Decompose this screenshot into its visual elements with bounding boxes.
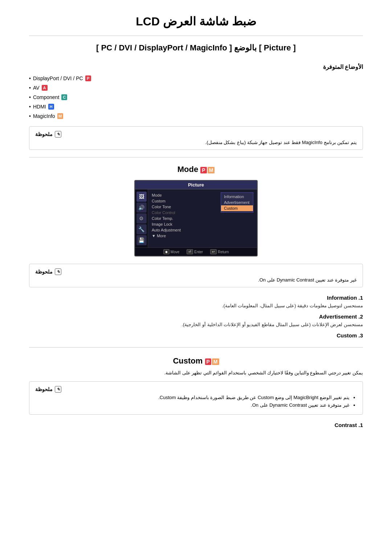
osd-item-colorcontrol: Color Control [152, 210, 219, 216]
note2-box: ✎ ملحوظة غير متوفرة عند تعيين Dynamic Co… [29, 264, 363, 287]
osd-footer-return: ↩ Return [210, 249, 229, 254]
available-modes-section: الأوضاع المتوفرة P DisplayPort / DVI / P… [29, 63, 363, 119]
osd-item-colortemp: Color Temp. [152, 216, 219, 221]
osd-footer-return-key: ↩ [210, 249, 217, 254]
mp-mode-label: Mode [177, 165, 198, 174]
osd-sidebar: 🖼 🔊 ⚙ 🔧 💾 [135, 189, 148, 247]
custom-badge-m: M [212, 358, 219, 365]
osd-submenu: Information Advertisement Custom [221, 192, 253, 213]
mode-item-3: H HDMI • [29, 104, 363, 110]
mp-item-1: 1. Information مستحسن لتوصيل معلومات دقي… [29, 295, 363, 308]
osd-sub-advertisement: Advertisement [221, 200, 253, 205]
note3-icon: ✎ [55, 386, 61, 393]
osd-footer: ◆ Move ⏎ Enter ↩ Return [135, 247, 257, 256]
mp-item-2-desc: مستحسن لعرض الإعلانات (على سبيل المثال م… [29, 322, 363, 327]
osd-icon-4: 🔧 [136, 224, 147, 234]
note3-box: ✎ ملحوظة يتم تغيير الوضع MagicBright إلى… [29, 381, 363, 415]
osd-footer-enter-key: ⏎ [187, 249, 193, 254]
osd-footer-move: ◆ Move [163, 249, 179, 254]
osd-item-imagelock: Image Lock [152, 221, 219, 227]
sub-title: [ Picture ] بالوضع [ PC / DVI / DisplayP… [29, 43, 363, 53]
mode-label-3: HDMI [33, 104, 46, 110]
mode-item-1: A AV • [29, 85, 363, 91]
note3-bullet-0: يتم تغيير الوضع MagicBright إلى وضع Cust… [35, 395, 350, 400]
note3-bullet-1: غير متوفرة عند تعيين Dynamic Contrast عل… [35, 402, 350, 408]
osd-footer-move-label: Move [171, 250, 179, 254]
osd-item-colortone: Color Tone [152, 204, 219, 210]
osd-item-mode: Mode [152, 192, 219, 198]
badge-p: P [85, 75, 91, 81]
divider-custom [29, 347, 363, 348]
osd-footer-enter-label: Enter [194, 250, 203, 254]
osd-wrapper: Picture 🖼 🔊 ⚙ 🔧 💾 Mode Custom Color Tone… [29, 180, 363, 257]
osd-icon-3: ⚙ [136, 213, 147, 223]
note3-title: ✎ ملحوظة [35, 386, 357, 393]
mp-mode-badge-m: M [208, 167, 215, 173]
osd-icon-1: 🖼 [136, 192, 147, 202]
custom-desc: يمكن تغيير درجتي السطوع والتباين وفقًا ل… [29, 370, 363, 376]
osd-titlebar: Picture [135, 181, 257, 189]
note1-text: يتم تمكين برنامج MagicInfo فقط عند توصيل… [35, 140, 357, 145]
mode-item-2: C Component • [29, 94, 363, 100]
available-modes-heading: الأوضاع المتوفرة [29, 63, 363, 70]
badge-m: M [57, 113, 63, 119]
numbered-items-mp: 1. Information مستحسن لتوصيل معلومات دقي… [29, 295, 363, 338]
badge-c: C [61, 94, 67, 100]
note2-title: ✎ ملحوظة [35, 268, 357, 275]
osd-menu-column: Mode Custom Color Tone Color Control Col… [152, 192, 219, 239]
mp-item-1-title: 1. Information [29, 295, 363, 301]
osd-screen: Picture 🖼 🔊 ⚙ 🔧 💾 Mode Custom Color Tone… [134, 180, 258, 257]
mp-mode-title: MP Mode [29, 165, 363, 174]
osd-item-autoadj: Auto Adjustment [152, 227, 219, 233]
osd-columns: Mode Custom Color Tone Color Control Col… [152, 192, 253, 239]
mp-item-3-title: 3. Custom [29, 332, 363, 338]
mp-item-2: 2. Advertisement مستحسن لعرض الإعلانات (… [29, 313, 363, 327]
mode-item-4: M MagicInfo • [29, 113, 363, 119]
osd-footer-enter: ⏎ Enter [187, 249, 203, 254]
osd-icon-2: 🔊 [136, 202, 147, 213]
main-title: ضبط شاشة العرض LCD [29, 15, 363, 28]
note3-list: يتم تغيير الوضع MagicBright إلى وضع Cust… [35, 395, 357, 408]
osd-content: Mode Custom Color Tone Color Control Col… [148, 189, 257, 247]
osd-submenu-column: Information Advertisement Custom [221, 192, 253, 239]
note1-box: ✎ ملحوظة يتم تمكين برنامج MagicInfo فقط … [29, 126, 363, 150]
osd-body: 🖼 🔊 ⚙ 🔧 💾 Mode Custom Color Tone Color C… [135, 189, 257, 247]
osd-icon-5: 💾 [136, 235, 147, 245]
osd-footer-return-label: Return [218, 250, 229, 254]
osd-sub-custom: Custom [221, 205, 253, 211]
mp-item-1-desc: مستحسن لتوصيل معلومات دقيقة (على سبيل ال… [29, 303, 363, 308]
osd-item-custom: Custom [152, 198, 219, 204]
contrast-title: 1. Contrast [29, 422, 363, 428]
note2-text: غير متوفرة عند تعيين Dynamic Contrast عل… [35, 277, 357, 283]
mode-item-0: P DisplayPort / DVI / PC • [29, 75, 363, 81]
mode-label-0: DisplayPort / DVI / PC [33, 75, 83, 81]
custom-section-title: MP Custom [29, 356, 363, 366]
mp-item-3: 3. Custom [29, 332, 363, 338]
mode-label-2: Component [33, 94, 59, 100]
mode-label-1: AV [33, 85, 40, 91]
mp-mode-badge-p: P [200, 167, 207, 173]
note1-title: ✎ ملحوظة [35, 131, 357, 138]
contrast-item: 1. Contrast [29, 422, 363, 428]
osd-footer-move-key: ◆ [163, 249, 170, 254]
custom-title-label: Custom [173, 356, 203, 365]
mp-item-2-title: 2. Advertisement [29, 313, 363, 320]
badge-h: H [48, 104, 54, 110]
mode-label-4: MagicInfo [33, 113, 55, 119]
osd-sub-information: Information [221, 194, 253, 200]
note1-icon: ✎ [55, 131, 61, 138]
badge-a: A [42, 85, 48, 91]
note2-icon: ✎ [55, 268, 61, 275]
osd-item-more: ▼ More [152, 233, 219, 239]
modes-list: P DisplayPort / DVI / PC • A AV • C Comp… [29, 75, 363, 119]
custom-badge-p: P [205, 358, 211, 365]
